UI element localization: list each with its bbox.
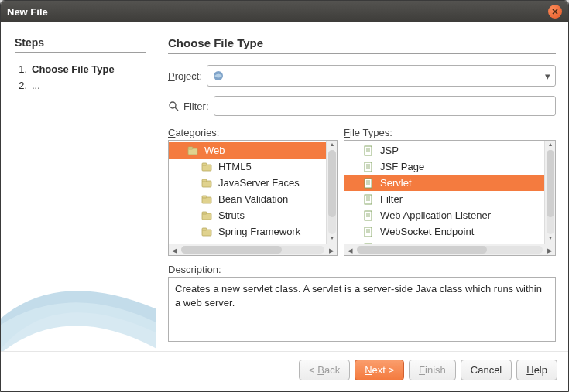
file-icon xyxy=(363,162,374,172)
list-item[interactable]: Bean Validation xyxy=(169,191,337,207)
sidebar-decor xyxy=(1,258,156,351)
file-icon xyxy=(363,194,374,205)
svg-rect-18 xyxy=(365,162,372,172)
filetypes-label: File Types: xyxy=(344,127,556,138)
svg-line-2 xyxy=(175,107,178,111)
chevron-down-icon: ▾ xyxy=(540,70,550,82)
close-button[interactable] xyxy=(548,5,562,19)
horizontal-scrollbar[interactable]: ◂▸ xyxy=(169,244,337,255)
svg-rect-4 xyxy=(188,147,193,149)
list-item[interactable]: JSF Page xyxy=(344,159,555,175)
svg-point-1 xyxy=(170,102,176,108)
step-item: 2.... xyxy=(15,77,146,94)
vertical-scrollbar[interactable]: ▴▾ xyxy=(326,141,337,244)
filter-label: Filter: xyxy=(183,101,209,112)
folder-icon xyxy=(201,178,212,189)
step-item: 1.Choose File Type xyxy=(15,61,146,77)
main-heading: Choose File Type xyxy=(168,36,556,54)
list-item[interactable]: Web Application Listener xyxy=(344,207,555,223)
main-panel: Choose File Type Project: ▾ Filter: Cate… xyxy=(156,22,568,351)
dialog-body: Steps 1.Choose File Type2.... Choose Fil… xyxy=(1,22,568,351)
steps-sidebar: Steps 1.Choose File Type2.... xyxy=(1,22,156,351)
svg-rect-6 xyxy=(202,163,207,165)
categories-label: Categories: xyxy=(168,127,338,138)
file-icon xyxy=(363,227,374,237)
svg-rect-14 xyxy=(202,228,207,230)
list-item[interactable]: HTML5 xyxy=(169,159,337,175)
horizontal-scrollbar[interactable]: ◂▸ xyxy=(344,244,555,255)
lists-row: Categories: WebHTML5JavaServer FacesBean… xyxy=(168,127,556,256)
categories-listbox[interactable]: WebHTML5JavaServer FacesBean ValidationS… xyxy=(168,140,338,256)
footer-buttons: < Back Next > Finish Cancel Help xyxy=(1,351,568,391)
svg-rect-10 xyxy=(202,196,207,198)
svg-rect-8 xyxy=(202,179,207,182)
file-icon xyxy=(363,210,374,221)
project-label: Project: xyxy=(168,70,202,82)
list-item[interactable]: Servlet xyxy=(344,175,555,191)
cancel-button[interactable]: Cancel xyxy=(461,360,512,380)
file-icon xyxy=(363,178,374,189)
file-icon xyxy=(363,145,374,156)
svg-rect-12 xyxy=(202,212,207,214)
close-icon xyxy=(552,9,558,15)
list-item[interactable]: Web xyxy=(169,142,337,159)
help-button[interactable]: Help xyxy=(516,360,557,380)
filetypes-column: File Types: JSPJSF PageServletFilterWeb … xyxy=(344,127,556,256)
finish-button[interactable]: Finish xyxy=(409,360,456,380)
list-item[interactable]: JavaServer Faces xyxy=(169,175,337,191)
svg-rect-17 xyxy=(365,146,372,155)
vertical-scrollbar[interactable]: ▴▾ xyxy=(544,141,555,244)
search-icon xyxy=(168,101,179,111)
folder-icon xyxy=(201,210,212,221)
description-box: Creates a new servlet class. A servlet i… xyxy=(168,277,556,342)
svg-rect-22 xyxy=(365,227,372,237)
svg-rect-20 xyxy=(365,195,372,204)
window-title: New File xyxy=(7,6,548,18)
project-icon xyxy=(212,70,225,82)
categories-column: Categories: WebHTML5JavaServer FacesBean… xyxy=(168,127,338,256)
project-combobox[interactable]: ▾ xyxy=(207,65,556,87)
steps-heading: Steps xyxy=(15,36,146,53)
svg-rect-19 xyxy=(365,179,372,188)
folder-icon xyxy=(201,227,212,237)
back-button[interactable]: < Back xyxy=(299,360,350,380)
filter-input[interactable] xyxy=(214,96,556,116)
description-label: Description: xyxy=(168,264,556,275)
titlebar: New File xyxy=(1,1,568,22)
list-item[interactable]: WebSocket Endpoint xyxy=(344,223,555,240)
filetypes-listbox[interactable]: JSPJSF PageServletFilterWeb Application … xyxy=(344,140,556,256)
folder-icon xyxy=(201,194,212,205)
list-item[interactable]: JSP xyxy=(344,142,555,159)
next-button[interactable]: Next > xyxy=(355,360,404,380)
svg-rect-21 xyxy=(365,211,372,220)
project-row: Project: ▾ xyxy=(168,65,556,87)
folder-icon xyxy=(201,162,212,172)
list-item[interactable]: Spring Framework xyxy=(169,223,337,240)
list-item[interactable]: Struts xyxy=(169,207,337,223)
list-item[interactable]: Filter xyxy=(344,191,555,207)
folder-icon xyxy=(187,145,198,156)
new-file-dialog: New File Steps 1.Choose File Type2.... C… xyxy=(0,0,569,392)
filter-row: Filter: xyxy=(168,96,556,116)
